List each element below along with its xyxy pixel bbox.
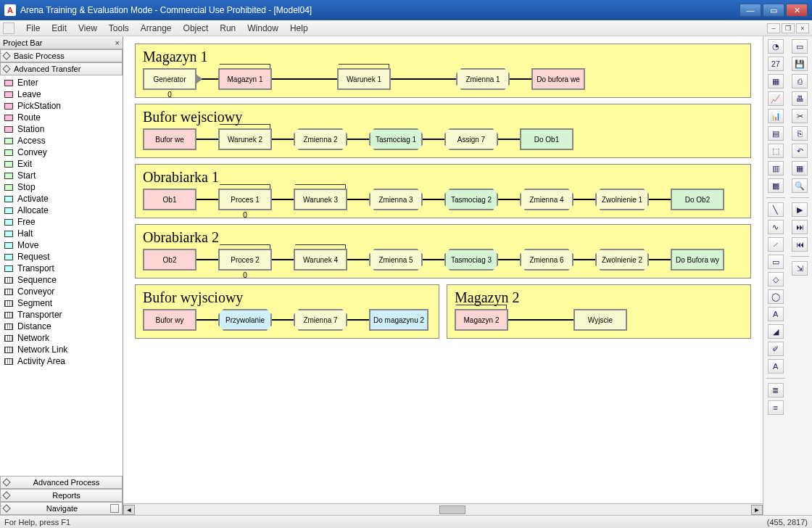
- block-tasmociag-2[interactable]: Tasmociag 2: [444, 189, 498, 210]
- block-przywolanie[interactable]: Przywolanie: [218, 309, 272, 331]
- block-zwolnienie-1[interactable]: Zwolnienie 1: [595, 189, 649, 210]
- pb-item-conveyor[interactable]: Conveyor: [0, 286, 123, 297]
- text-tool-icon[interactable]: ◯: [768, 289, 784, 304]
- block-do-magazynu-2[interactable]: Do magazynu 2: [369, 309, 428, 331]
- block-zmienna-2[interactable]: Zmienna 2: [294, 128, 347, 150]
- menu-object[interactable]: Object: [178, 22, 215, 35]
- menu-tools[interactable]: Tools: [103, 22, 135, 35]
- resources-icon[interactable]: ▦: [792, 161, 808, 176]
- dec-icon[interactable]: 27: [768, 57, 784, 71]
- menu-help[interactable]: Help: [284, 22, 314, 35]
- mdi-minimize-button[interactable]: –: [767, 23, 780, 33]
- block-zmienna-6[interactable]: Zmienna 6: [520, 249, 573, 271]
- pb-item-sequence[interactable]: Sequence: [0, 274, 123, 286]
- menu-arrange[interactable]: Arrange: [135, 22, 178, 35]
- layers-icon[interactable]: ▥: [768, 161, 784, 176]
- pb-item-distance[interactable]: Distance: [0, 321, 123, 332]
- pb-item-request[interactable]: Request: [0, 251, 123, 263]
- help-pointer-icon[interactable]: ⏮: [792, 237, 808, 252]
- block-bufor-we[interactable]: Bufor we: [143, 128, 196, 150]
- block-magazyn-2[interactable]: Magazyn 2: [455, 309, 508, 331]
- find-icon[interactable]: 🔍: [792, 178, 808, 193]
- pb-item-free[interactable]: Free: [0, 216, 123, 228]
- green-icon[interactable]: ▩: [768, 178, 784, 193]
- cut-icon[interactable]: ✂: [792, 109, 808, 123]
- pb-item-network[interactable]: Network: [0, 332, 123, 344]
- print-icon[interactable]: 🖶: [792, 91, 808, 106]
- block-tasmociag-3[interactable]: Tasmociag 3: [444, 249, 498, 271]
- pb-item-start[interactable]: Start: [0, 170, 123, 181]
- pb-item-halt[interactable]: Halt: [0, 228, 123, 239]
- block-zmienna-1[interactable]: Zmienna 1: [456, 68, 510, 90]
- menu-run[interactable]: Run: [214, 22, 241, 35]
- block-do-bufora-we[interactable]: Do bufora we: [531, 68, 585, 90]
- block-ob2[interactable]: Ob2: [143, 249, 196, 271]
- block-zmienna-5[interactable]: Zmienna 5: [369, 249, 423, 271]
- block-zmienna-7[interactable]: Zmienna 7: [294, 309, 347, 331]
- mdi-system-icon[interactable]: [3, 22, 14, 34]
- tool-button[interactable]: ≡: [768, 400, 784, 415]
- scroll-right-icon[interactable]: ►: [751, 505, 763, 515]
- fill-tool-icon[interactable]: A: [768, 307, 784, 321]
- block-zmienna-3[interactable]: Zmienna 3: [369, 189, 423, 210]
- menu-edit[interactable]: Edit: [46, 22, 72, 35]
- maximize-button[interactable]: ▭: [763, 4, 784, 17]
- project-bar-close-icon[interactable]: ×: [115, 38, 120, 47]
- pb-section-reports[interactable]: Reports: [0, 489, 123, 502]
- pb-section-advanced-transfer[interactable]: Advanced Transfer: [0, 62, 123, 75]
- save-icon[interactable]: 💾: [792, 57, 808, 71]
- pb-item-pickstation[interactable]: PickStation: [0, 100, 123, 112]
- close-button[interactable]: ✕: [786, 4, 808, 17]
- minimize-button[interactable]: —: [740, 4, 761, 17]
- menu-window[interactable]: Window: [241, 22, 284, 35]
- pb-item-activity-area[interactable]: Activity Area: [0, 355, 123, 367]
- pb-item-allocate[interactable]: Allocate: [0, 205, 123, 216]
- block-warunek-2[interactable]: Warunek 2: [218, 128, 272, 150]
- scroll-left-icon[interactable]: ◄: [123, 505, 135, 515]
- pb-item-transport[interactable]: Transport: [0, 263, 123, 274]
- model-canvas[interactable]: Magazyn 1Generator0Magazyn 1Warunek 1Zmi…: [123, 36, 763, 503]
- pb-item-station[interactable]: Station: [0, 123, 123, 135]
- chart2-icon[interactable]: 📊: [768, 109, 784, 123]
- pb-item-access[interactable]: Access: [0, 135, 123, 147]
- pb-item-move[interactable]: Move: [0, 239, 123, 251]
- polyline-tool-icon[interactable]: ∿: [768, 220, 784, 234]
- new-icon[interactable]: ▭: [792, 39, 808, 54]
- pb-item-transporter[interactable]: Transporter: [0, 309, 123, 321]
- tool-button[interactable]: ⇲: [792, 261, 808, 276]
- block-warunek-4[interactable]: Warunek 4: [294, 249, 347, 271]
- font-tool-icon[interactable]: ✐: [768, 342, 784, 356]
- mdi-close-button[interactable]: ×: [796, 23, 809, 33]
- chart-icon[interactable]: 📈: [768, 91, 784, 106]
- pb-item-leave[interactable]: Leave: [0, 88, 123, 100]
- ellipse-tool-icon[interactable]: ◇: [768, 272, 784, 286]
- scroll-thumb[interactable]: [439, 506, 465, 514]
- fast-forward-icon[interactable]: ▶: [792, 202, 808, 217]
- pb-item-route[interactable]: Route: [0, 112, 123, 123]
- pb-item-network-link[interactable]: Network Link: [0, 344, 123, 355]
- block-warunek-3[interactable]: Warunek 3: [294, 189, 347, 210]
- block-tasmociag-1[interactable]: Tasmociag 1: [369, 128, 423, 150]
- table-icon[interactable]: ▤: [768, 126, 784, 141]
- block-ob1[interactable]: Ob1: [143, 189, 196, 210]
- pb-section-navigate[interactable]: Navigate: [0, 502, 123, 515]
- block-magazyn-1[interactable]: Magazyn 1: [218, 68, 272, 90]
- block-do-ob2[interactable]: Do Ob2: [671, 189, 724, 210]
- pb-item-segment[interactable]: Segment: [0, 297, 123, 309]
- block-proces-2[interactable]: Proces 20: [218, 249, 272, 271]
- step-back-icon[interactable]: ⏭: [792, 220, 808, 234]
- pb-item-activate[interactable]: Activate: [0, 193, 123, 205]
- pb-section-advanced-process[interactable]: Advanced Process: [0, 476, 123, 489]
- block-bufor-wy[interactable]: Bufor wy: [143, 309, 196, 331]
- block-proces-1[interactable]: Proces 10: [218, 189, 272, 210]
- block-do-ob1[interactable]: Do Ob1: [520, 128, 573, 150]
- menu-file[interactable]: File: [20, 22, 46, 35]
- block-generator[interactable]: Generator0: [143, 68, 196, 90]
- pb-item-exit[interactable]: Exit: [0, 158, 123, 170]
- block-zmienna-4[interactable]: Zmienna 4: [520, 189, 573, 210]
- align1-icon[interactable]: A: [768, 359, 784, 374]
- pb-item-convey[interactable]: Convey: [0, 147, 123, 158]
- block-warunek-1[interactable]: Warunek 1: [337, 68, 391, 90]
- curve-tool-icon[interactable]: ╲: [768, 202, 784, 217]
- rect-tool-icon[interactable]: ⟋: [768, 237, 784, 252]
